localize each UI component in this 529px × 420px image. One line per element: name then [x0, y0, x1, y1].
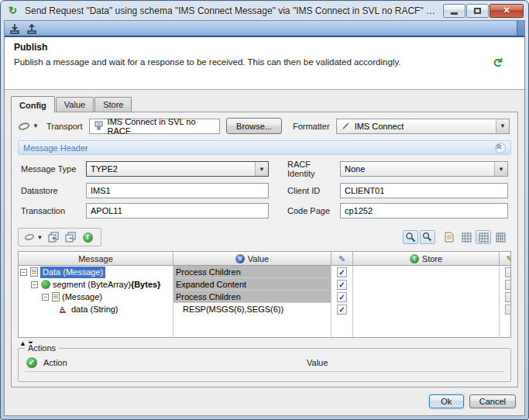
zoom-select-toggle[interactable]: [420, 230, 435, 244]
cancel-button[interactable]: Cancel: [469, 394, 516, 408]
store-checkbox[interactable]: [505, 280, 512, 290]
actions-column-action[interactable]: Action: [43, 358, 307, 367]
actions-column-value[interactable]: Value: [307, 358, 328, 367]
message-header-form: Message Type TYPE2 ▼ RACF Identity None …: [12, 158, 517, 225]
table-row[interactable]: A data (String) RESP(MSGS(6),SEGS(6)) ✓: [19, 303, 510, 315]
dialog-body: Publish Publish a message and wait for a…: [4, 20, 525, 416]
refresh-icon[interactable]: ↻: [490, 57, 504, 71]
validate-checkbox[interactable]: ✓: [337, 305, 347, 315]
tab-config[interactable]: Config: [11, 96, 55, 112]
store-column-icon: T: [410, 254, 419, 263]
table-empty-area: [19, 315, 510, 337]
tree-node-label-suffix: {Bytes}: [131, 280, 161, 289]
message-toolbar: ▼ T: [12, 225, 517, 250]
chevron-down-icon: ▼: [496, 119, 509, 133]
tree-collapse-toggle[interactable]: −: [42, 294, 49, 301]
tree-node-label: data (String): [71, 305, 119, 314]
export-button[interactable]: [26, 23, 37, 34]
store-cell[interactable]: [353, 291, 500, 303]
maximize-button[interactable]: [466, 4, 489, 18]
validate-checkbox[interactable]: ✓: [337, 267, 347, 277]
ims-transport-icon: [94, 121, 104, 131]
link-icon: [24, 233, 35, 241]
minimize-button[interactable]: [443, 4, 465, 18]
value-cell[interactable]: Expanded Content: [173, 278, 331, 291]
page-description: Publish a message and wait for a respons…: [14, 57, 490, 67]
bytearray-node-icon: [41, 280, 50, 289]
magnifier-cursor-icon: [422, 232, 433, 243]
ok-button[interactable]: Ok: [429, 394, 464, 408]
grid-normal-view-button[interactable]: [476, 230, 491, 244]
link-field-menu-button[interactable]: ▼: [22, 230, 44, 244]
validate-checkbox[interactable]: ✓: [337, 280, 347, 290]
store-checkbox[interactable]: [505, 292, 512, 302]
store-checkbox[interactable]: [505, 305, 512, 315]
client-id-label: Client ID: [287, 186, 340, 195]
table-row[interactable]: − (Message) Process Children ✓: [19, 291, 510, 303]
left-tool-group: ▼ T: [18, 228, 101, 246]
tag-button[interactable]: T: [80, 230, 95, 244]
message-tree-table: Message V Value ✎ T Store ✎: [18, 251, 511, 338]
transaction-field[interactable]: [86, 203, 269, 219]
formatter-select[interactable]: IMS Connect ▼: [336, 119, 510, 134]
expand-all-button[interactable]: [46, 230, 61, 244]
transport-field[interactable]: IMS Connect in SVL no RACF: [89, 119, 220, 134]
value-cell[interactable]: Process Children: [173, 291, 331, 303]
document-view-button[interactable]: [441, 230, 457, 244]
tree-collapse-toggle[interactable]: −: [20, 269, 27, 276]
tab-value[interactable]: Value: [56, 97, 94, 112]
code-page-label: Code Page: [287, 206, 340, 215]
table-header-row: Message V Value ✎ T Store ✎: [19, 252, 510, 266]
collapse-all-button[interactable]: [63, 230, 78, 244]
store-cell[interactable]: [353, 303, 500, 315]
grid-wide-view-button[interactable]: [493, 230, 508, 244]
enabled-check-icon: ✓: [26, 357, 37, 368]
collapse-all-icon: [65, 232, 76, 243]
value-cell[interactable]: Process Children: [173, 266, 331, 278]
store-checkbox[interactable]: [505, 267, 512, 277]
validate-checkbox[interactable]: ✓: [337, 292, 347, 302]
column-header-validate-flag[interactable]: ✎: [331, 252, 353, 266]
tab-store[interactable]: Store: [94, 97, 132, 112]
column-header-store-flag[interactable]: ✎: [500, 252, 511, 266]
title-bar[interactable]: ↻ Send Request "Data" using schema "IMS …: [4, 1, 525, 20]
magnifier-icon: [405, 232, 416, 243]
chevron-down-icon: ▼: [494, 162, 507, 176]
value-cell[interactable]: RESP(MSGS(6),SEGS(6)): [173, 303, 331, 315]
expand-all-icon: [48, 232, 59, 243]
top-toolbar: [5, 21, 524, 37]
zoom-view-toggle[interactable]: [403, 230, 418, 244]
message-header-section-bar[interactable]: Message Header: [18, 140, 511, 155]
message-type-select[interactable]: TYPE2 ▼: [86, 161, 269, 177]
close-button[interactable]: ✕: [489, 4, 524, 18]
minimize-icon: [451, 12, 458, 15]
column-header-message[interactable]: Message: [19, 252, 173, 266]
browse-button[interactable]: Browse...: [226, 118, 282, 134]
message-type-value: TYPE2: [87, 164, 255, 174]
code-page-field[interactable]: [340, 203, 508, 219]
value-column-icon: V: [235, 254, 245, 263]
link-transport-menu-button[interactable]: ▼: [18, 122, 39, 131]
toolbar-end-cap: [517, 21, 524, 36]
datastore-field[interactable]: [86, 183, 269, 198]
client-id-field[interactable]: [340, 183, 508, 198]
grid-icon: [496, 232, 506, 243]
store-cell[interactable]: [353, 266, 500, 278]
tree-node-label: segment (ByteArray): [53, 280, 131, 289]
racf-identity-select[interactable]: None ▼: [340, 161, 508, 177]
tree-collapse-toggle[interactable]: −: [31, 281, 38, 288]
store-cell[interactable]: [353, 278, 500, 291]
table-row[interactable]: − segment (ByteArray) {Bytes} Expanded C…: [19, 278, 510, 291]
import-button[interactable]: [9, 23, 20, 34]
column-header-store[interactable]: T Store: [353, 252, 500, 266]
grid-compact-view-button[interactable]: [459, 230, 474, 244]
link-icon: [18, 122, 30, 131]
collapse-section-button[interactable]: [495, 143, 506, 153]
grid-icon: [479, 232, 489, 243]
column-header-value[interactable]: V Value: [173, 252, 331, 266]
tag-icon: T: [83, 232, 93, 243]
tree-node-label: (Message): [62, 292, 102, 301]
page-title: Publish: [14, 42, 515, 53]
row-reorder-controls: ▲▼: [12, 338, 517, 348]
table-row[interactable]: − Data (Message) Process Children ✓: [19, 266, 510, 278]
